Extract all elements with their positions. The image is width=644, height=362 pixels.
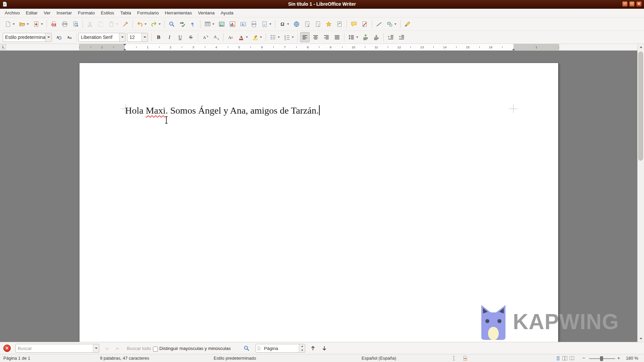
insert-comment-button[interactable]: [349, 19, 359, 29]
close-button[interactable]: ✕: [636, 1, 642, 7]
right-indent-marker[interactable]: [512, 49, 515, 50]
show-draw-functions-button[interactable]: [403, 19, 412, 29]
dropdown-arrow-icon[interactable]: [394, 23, 396, 25]
formatting-marks-button[interactable]: ¶: [189, 19, 198, 29]
find-and-replace-button[interactable]: [167, 19, 176, 29]
new-style-button[interactable]: A: [65, 32, 74, 42]
subscript-button[interactable]: Ab: [211, 32, 221, 42]
dropdown-arrow-icon[interactable]: [292, 37, 294, 38]
strikethrough-button[interactable]: S: [186, 32, 196, 42]
menu-insertar[interactable]: Insertar: [54, 9, 75, 17]
document-text[interactable]: Hola Maxi. Somos Ángel y Ana, amigos de …: [125, 104, 320, 117]
dropdown-arrow-icon[interactable]: [260, 37, 262, 38]
spelling-button[interactable]: AB: [178, 19, 187, 29]
dropdown-arrow-icon[interactable]: [278, 37, 280, 38]
zoom-level[interactable]: 180 %: [626, 356, 638, 361]
spin-buttons[interactable]: [299, 344, 305, 352]
dropdown-arrow-icon[interactable]: [287, 23, 289, 25]
left-indent-marker[interactable]: [123, 49, 126, 50]
find-and-replace-button[interactable]: [242, 344, 251, 353]
dropdown-arrow-icon[interactable]: [116, 23, 118, 25]
multi-page-view-button[interactable]: [562, 356, 568, 361]
insert-footnote-button[interactable]: 1: [303, 19, 312, 29]
insert-image-button[interactable]: [217, 19, 226, 29]
clone-formatting-button[interactable]: [121, 19, 130, 29]
insert-bookmark-button[interactable]: [324, 19, 333, 29]
find-previous-button[interactable]: [113, 344, 122, 353]
insert-special-character-button[interactable]: Ω: [278, 19, 290, 29]
align-left-button[interactable]: [300, 32, 310, 42]
dropdown-arrow-icon[interactable]: [41, 23, 43, 25]
increase-indent-button[interactable]: [386, 32, 395, 42]
menu-estilos[interactable]: Estilos: [98, 9, 117, 17]
vertical-scrollbar[interactable]: [637, 44, 644, 342]
menu-ver[interactable]: Ver: [41, 9, 53, 17]
increase-paragraph-spacing-button[interactable]: [361, 32, 370, 42]
font-size-combo[interactable]: 12: [127, 33, 148, 42]
underline-button[interactable]: U: [175, 32, 185, 42]
dropdown-arrow-icon[interactable]: [145, 23, 147, 25]
font-color-button[interactable]: A: [236, 32, 249, 42]
redo-button[interactable]: [149, 19, 162, 29]
basic-shapes-button[interactable]: [385, 19, 398, 29]
insert-endnote-button[interactable]: i: [313, 19, 323, 29]
decrease-paragraph-spacing-button[interactable]: [372, 32, 381, 42]
font-name-combo[interactable]: Liberation Serif: [78, 33, 125, 42]
track-changes-button[interactable]: [360, 19, 369, 29]
clear-formatting-button[interactable]: A: [226, 32, 235, 42]
insert-line-button[interactable]: [374, 19, 384, 29]
scrollbar-thumb[interactable]: [638, 52, 643, 161]
document-modified-icon[interactable]: [463, 356, 468, 361]
paste-button[interactable]: [107, 19, 119, 29]
menu-formato[interactable]: Formato: [75, 9, 98, 17]
insert-hyperlink-button[interactable]: [292, 19, 301, 29]
superscript-button[interactable]: Ab: [201, 32, 210, 42]
minimize-button[interactable]: –: [622, 1, 628, 7]
dropdown-arrow-icon[interactable]: [13, 23, 15, 25]
page-style-status[interactable]: Estilo predeterminado: [214, 356, 256, 361]
language-status[interactable]: Español (España): [362, 356, 396, 361]
menu-formulario[interactable]: Formulario: [134, 9, 162, 17]
highlight-color-button[interactable]: [251, 32, 263, 42]
title-bar[interactable]: Sin título 1 - LibreOffice Writer – □ ✕: [0, 0, 644, 9]
cut-button[interactable]: [85, 19, 95, 29]
maximize-button[interactable]: □: [629, 1, 635, 7]
update-style-button[interactable]: A: [54, 32, 63, 42]
decrease-indent-button[interactable]: [397, 32, 406, 42]
insert-table-button[interactable]: [203, 19, 216, 29]
insert-page-break-button[interactable]: [249, 19, 259, 29]
document-area[interactable]: Hola Maxi. Somos Ángel y Ana, amigos de …: [0, 50, 637, 342]
menu-herramientas[interactable]: Herramientas: [162, 9, 195, 17]
menu-ventana[interactable]: Ventana: [195, 9, 218, 17]
zoom-out-button[interactable]: −: [582, 355, 585, 361]
justify-button[interactable]: [332, 32, 342, 42]
dropdown-arrow-icon[interactable]: [212, 23, 214, 25]
scroll-down-button[interactable]: [638, 336, 644, 342]
selection-mode-icon[interactable]: [451, 356, 457, 361]
dropdown-arrow-icon[interactable]: [159, 23, 161, 25]
match-case-checkbox[interactable]: [153, 347, 158, 352]
book-view-button[interactable]: [569, 356, 575, 361]
zoom-slider-thumb[interactable]: [600, 356, 603, 361]
dropdown-arrow-icon[interactable]: [27, 23, 29, 25]
dropdown-arrow-icon[interactable]: [246, 37, 248, 38]
menu-archivo[interactable]: Archivo: [2, 9, 23, 17]
navigate-previous-button[interactable]: [309, 344, 317, 353]
bold-button[interactable]: B: [154, 32, 163, 42]
unordered-list-button[interactable]: [268, 32, 281, 42]
undo-button[interactable]: [135, 19, 148, 29]
scroll-up-button[interactable]: [638, 44, 644, 50]
single-page-view-button[interactable]: [555, 356, 561, 361]
insert-field-button[interactable]: [260, 19, 273, 29]
first-line-indent-marker[interactable]: [123, 44, 126, 46]
dropdown-arrow-icon[interactable]: [356, 37, 358, 38]
print-button[interactable]: [60, 19, 69, 29]
document-page[interactable]: Hola Maxi. Somos Ángel y Ana, amigos de …: [79, 63, 558, 342]
menu-editar[interactable]: Editar: [23, 9, 41, 17]
navigate-by-combo[interactable]: Página: [256, 344, 305, 353]
combo-dropdown-icon[interactable]: [45, 33, 51, 42]
ordered-list-button[interactable]: 1.2.3.: [282, 32, 295, 42]
page-number-status[interactable]: Página 1 de 1: [3, 356, 30, 361]
italic-button[interactable]: I: [165, 32, 174, 42]
find-all-button[interactable]: Buscar todo: [127, 346, 151, 351]
